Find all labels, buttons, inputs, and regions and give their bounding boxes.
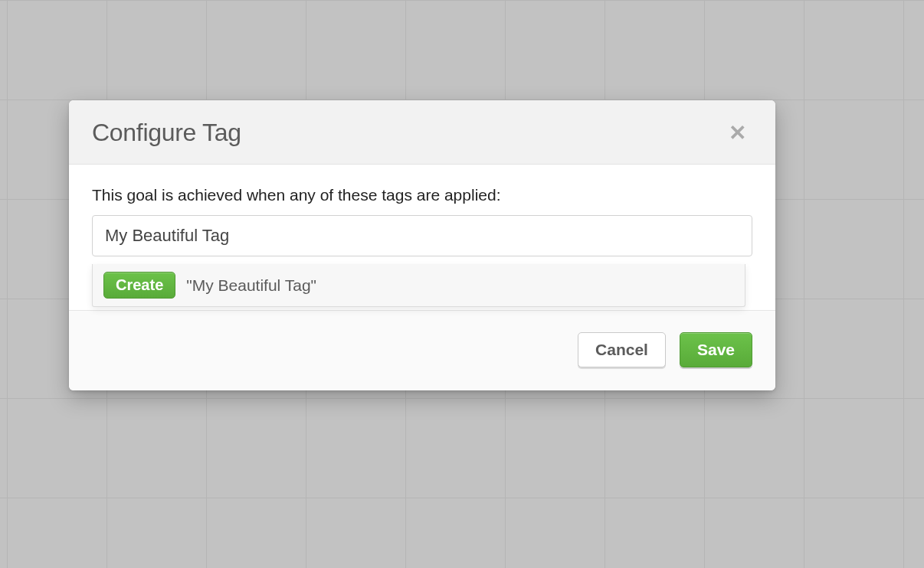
create-tag-option[interactable]: Create "My Beautiful Tag" [93, 264, 745, 306]
body-instruction-label: This goal is achieved when any of these … [92, 186, 752, 204]
tag-suggestion-dropdown: Create "My Beautiful Tag" [92, 264, 745, 307]
modal-body: This goal is achieved when any of these … [69, 165, 775, 267]
close-icon: ✕ [729, 121, 746, 145]
modal-footer: Cancel Save [69, 310, 775, 390]
close-button[interactable]: ✕ [722, 119, 752, 147]
tag-input[interactable] [92, 215, 752, 256]
create-badge: Create [103, 272, 175, 299]
modal-header: Configure Tag ✕ [69, 100, 775, 165]
modal-title: Configure Tag [92, 119, 241, 147]
create-suggestion-text: "My Beautiful Tag" [186, 276, 316, 295]
save-button[interactable]: Save [680, 332, 752, 367]
configure-tag-modal: Configure Tag ✕ This goal is achieved wh… [69, 100, 775, 390]
cancel-button[interactable]: Cancel [578, 332, 666, 367]
